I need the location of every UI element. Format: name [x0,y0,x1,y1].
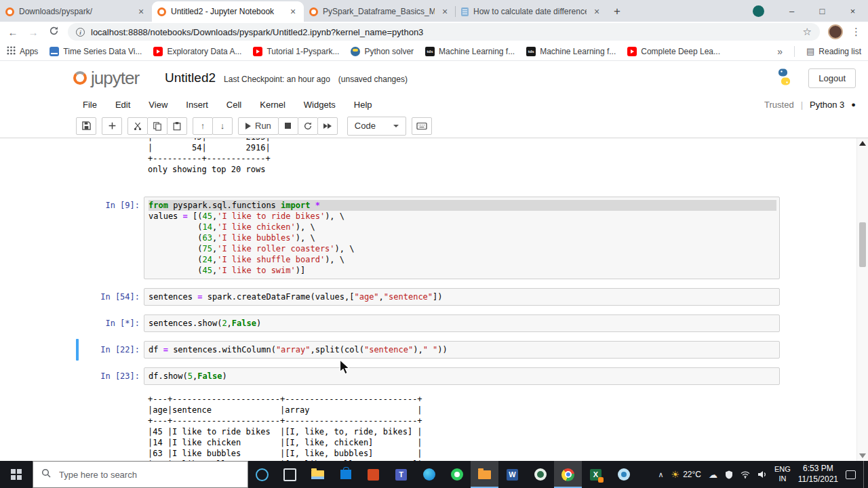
bookmark-item[interactable]: Machine Learning f... [425,47,515,56]
restart-run-all-button[interactable] [317,117,338,135]
chevron-up-icon[interactable]: ∧ [658,470,664,479]
taskbar-app-word[interactable] [498,461,526,488]
taskbar-app-task-view[interactable] [276,461,304,488]
bookmark-item[interactable]: Complete Deep Lea... [627,47,720,56]
taskbar-app-whatsapp[interactable] [443,461,471,488]
browser-menu-icon[interactable]: ⋮ [851,26,861,38]
menu-file[interactable]: File [83,100,97,110]
scrollbar[interactable] [856,138,868,461]
cell-input[interactable]: from pyspark.sql.functions import *value… [144,197,780,279]
jupyter-logo[interactable]: jupyter [73,68,139,89]
bookmark-item[interactable]: Machine Learning f... [526,47,616,56]
code-cell[interactable]: In [9]: from pyspark.sql.functions impor… [77,197,780,279]
tab-close-icon[interactable]: × [591,6,602,17]
notebook-title[interactable]: Untitled2 [165,70,216,85]
menu-widgets[interactable]: Widgets [304,100,336,110]
command-palette-button[interactable] [412,117,432,135]
code-cell[interactable]: In [54]: sentences = spark.createDataFra… [77,288,780,306]
move-cell-up-button[interactable]: ↑ [193,117,213,135]
logout-button[interactable]: Logout [808,68,856,88]
cell-input[interactable]: df.show(5,False) [144,367,780,385]
menu-view[interactable]: View [149,100,167,110]
wifi-icon[interactable] [741,470,750,479]
copy-cell-button[interactable] [147,117,167,135]
search-input[interactable] [58,469,223,481]
window-close-button[interactable]: × [837,0,868,22]
bookmark-item[interactable]: Python solver [351,47,414,56]
cell-input[interactable]: df = sentences.withColumn("array",split(… [144,341,780,359]
forward-icon[interactable]: → [27,26,39,38]
move-cell-down-button[interactable]: ↓ [212,117,233,135]
taskbar-clock[interactable]: 6:53 PM 11/15/2021 [798,464,838,485]
code-cell-selected[interactable]: In [22]: df = sentences.withColumn("arra… [77,341,780,359]
tab-close-icon[interactable]: × [288,6,298,17]
code-cell[interactable]: In [*]: sentences.show(2,False) [77,314,780,332]
save-button[interactable] [76,117,96,135]
url-text[interactable]: localhost:8888/notebooks/Downloads/pyspa… [91,27,797,37]
profile-avatar[interactable] [828,24,843,39]
menu-insert[interactable]: Insert [186,100,208,110]
language-indicator[interactable]: ENG IN [774,465,791,484]
browser-tab-files[interactable]: Downloads/pyspark/ × [0,1,152,22]
site-info-icon[interactable]: i [76,28,85,37]
arrow-down-icon: ↓ [220,121,225,131]
back-icon[interactable]: ← [7,26,19,38]
security-shield-icon[interactable] [725,470,733,479]
taskbar-app-file-explorer[interactable] [304,461,332,488]
reading-list-button[interactable]: ▤ Reading list [806,46,861,56]
taskbar-app-paint[interactable] [610,461,637,488]
taskbar-search[interactable] [33,461,248,488]
tab-close-icon[interactable]: × [136,6,146,17]
cut-cell-button[interactable] [127,117,148,135]
action-center-icon[interactable] [846,470,856,479]
browser-tab-pyspark-basics[interactable]: PySpark_Dataframe_Basics_MAS... × [304,1,456,22]
cell-input[interactable]: sentences.show(2,False) [144,314,780,332]
taskbar-app-edge[interactable] [415,461,443,488]
notebook-scroll-area[interactable]: | 45| 2135| | 54| 2916| +----------+----… [0,138,868,461]
run-button[interactable]: Run [238,117,279,135]
bookmark-star-icon[interactable]: ☆ [803,26,812,38]
start-button[interactable] [0,461,33,488]
url-bar[interactable]: i localhost:8888/notebooks/Downloads/pys… [68,23,820,41]
apps-shortcut[interactable]: Apps [7,46,38,57]
more-bookmarks-icon[interactable]: » [777,46,783,57]
weather-widget[interactable]: ☀ 22°C [671,469,701,480]
restart-kernel-button[interactable] [298,117,318,135]
taskbar-app-folder-orange[interactable] [471,461,498,488]
tab-close-icon[interactable]: × [439,6,450,17]
new-tab-button[interactable]: + [608,2,627,21]
taskbar-app-obs[interactable] [526,461,554,488]
bookmark-item[interactable]: Time Series Data Vi... [50,47,142,56]
reload-icon[interactable] [47,26,60,38]
taskbar-app-office[interactable] [359,461,387,488]
menu-edit[interactable]: Edit [115,100,130,110]
bookmark-item[interactable]: Exploratory Data A... [153,47,241,56]
scrollbar-thumb[interactable] [859,222,866,267]
taskbar-app-teams[interactable] [387,461,415,488]
browser-profile-icon[interactable] [753,5,764,17]
bookmark-item[interactable]: Tutorial 1-Pyspark... [253,47,339,56]
browser-tab-date-difference[interactable]: How to calculate date difference... × [456,1,608,22]
onedrive-icon[interactable]: ☁ [709,470,717,480]
taskbar-app-chrome[interactable] [554,461,582,488]
scroll-down-icon[interactable] [859,453,866,458]
menu-cell[interactable]: Cell [226,100,241,110]
excel-icon [590,469,601,481]
volume-icon[interactable] [757,470,767,479]
scroll-up-icon[interactable] [859,141,866,146]
window-maximize-button[interactable]: □ [807,0,837,22]
interrupt-kernel-button[interactable] [278,117,298,135]
browser-tab-untitled2[interactable]: Untitled2 - Jupyter Notebook × [152,1,304,22]
cell-input[interactable]: sentences = spark.createDataFrame(values… [144,288,780,306]
menu-help[interactable]: Help [354,100,372,110]
taskbar-app-cortana[interactable] [248,461,276,488]
menu-kernel[interactable]: Kernel [260,100,285,110]
taskbar-app-excel[interactable] [582,461,610,488]
show-desktop-button[interactable] [863,461,867,488]
cell-type-select[interactable]: Code [347,117,406,136]
add-cell-button[interactable] [102,117,122,135]
paste-cell-button[interactable] [167,117,187,135]
code-cell[interactable]: In [23]: df.show(5,False) [77,367,780,385]
window-minimize-button[interactable]: – [776,0,807,22]
taskbar-app-store[interactable] [332,461,359,488]
